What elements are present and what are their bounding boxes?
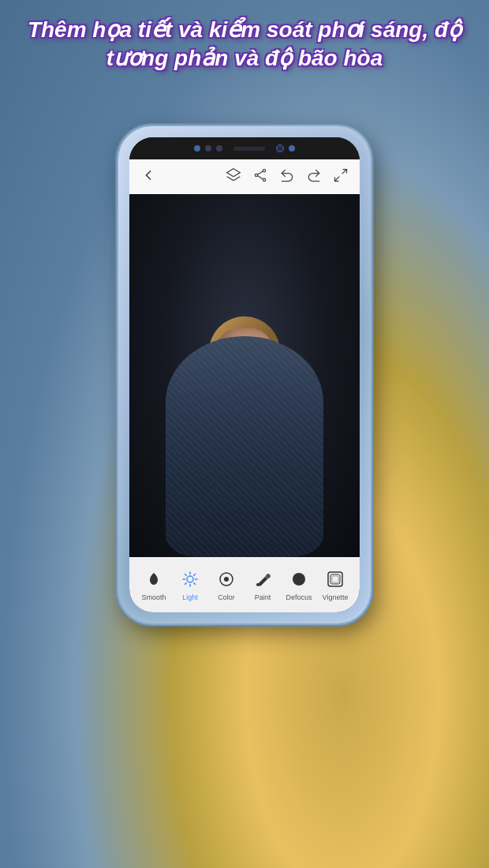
notch xyxy=(194,144,295,152)
share-icon[interactable] xyxy=(252,167,268,187)
tool-color[interactable]: Color xyxy=(208,568,244,601)
svg-point-20 xyxy=(293,573,305,586)
svg-point-18 xyxy=(224,577,229,582)
undo-icon[interactable] xyxy=(279,167,295,187)
svg-line-15 xyxy=(194,574,196,576)
svg-rect-23 xyxy=(332,576,338,582)
tool-paint[interactable]: Paint xyxy=(244,568,281,601)
phone-frame: Smooth Light xyxy=(118,126,371,623)
light-label: Light xyxy=(182,593,198,601)
hero-title: Thêm họa tiết và kiểm soát phơi sáng, độ… xyxy=(24,16,465,73)
vignette-icon xyxy=(324,568,346,590)
color-label: Color xyxy=(218,593,235,601)
redo-icon[interactable] xyxy=(306,167,322,187)
tool-smooth[interactable]: Smooth xyxy=(136,568,172,601)
hero-title-container: Thêm họa tiết và kiểm soát phơi sáng, độ… xyxy=(0,16,489,73)
bottom-toolbar: Smooth Light xyxy=(129,557,360,612)
app-toolbar xyxy=(129,159,360,194)
notch-camera xyxy=(276,144,284,152)
tool-defocus[interactable]: Defocus xyxy=(281,568,317,601)
svg-marker-0 xyxy=(227,168,241,176)
notch-dot-1 xyxy=(194,145,200,152)
svg-point-8 xyxy=(187,576,193,582)
light-icon xyxy=(179,568,201,590)
status-bar xyxy=(129,137,360,159)
portrait-figure xyxy=(158,305,331,557)
smooth-icon xyxy=(143,568,165,590)
svg-point-2 xyxy=(255,174,257,176)
svg-point-1 xyxy=(263,169,265,171)
svg-line-14 xyxy=(194,583,196,585)
paint-icon xyxy=(252,568,274,590)
svg-line-5 xyxy=(258,175,263,178)
hood-texture xyxy=(166,336,323,557)
paint-label: Paint xyxy=(255,593,271,601)
layers-icon[interactable] xyxy=(226,167,241,187)
notch-dot-4 xyxy=(289,145,295,152)
toolbar-right xyxy=(226,167,349,187)
toolbar-left xyxy=(140,167,156,187)
back-button[interactable] xyxy=(140,167,156,187)
notch-dot-2 xyxy=(205,145,211,152)
svg-line-6 xyxy=(342,169,347,174)
svg-line-7 xyxy=(335,176,340,181)
notch-dot-3 xyxy=(216,145,222,152)
svg-line-16 xyxy=(185,583,187,585)
phone-screen: Smooth Light xyxy=(129,137,360,612)
tool-light[interactable]: Light xyxy=(172,568,208,601)
notch-speaker xyxy=(233,147,265,151)
svg-point-19 xyxy=(256,583,259,586)
tool-vignette[interactable]: Vignette xyxy=(317,568,353,601)
hood xyxy=(166,336,323,557)
vignette-label: Vignette xyxy=(323,593,349,601)
svg-line-13 xyxy=(185,574,187,576)
image-canvas[interactable] xyxy=(129,194,360,557)
defocus-icon xyxy=(288,568,310,590)
portrait-photo xyxy=(129,194,360,557)
fullscreen-icon[interactable] xyxy=(333,167,349,187)
defocus-label: Defocus xyxy=(286,593,312,601)
color-icon xyxy=(215,568,237,590)
svg-point-3 xyxy=(263,178,265,181)
smooth-label: Smooth xyxy=(141,593,166,601)
svg-line-4 xyxy=(258,171,263,174)
